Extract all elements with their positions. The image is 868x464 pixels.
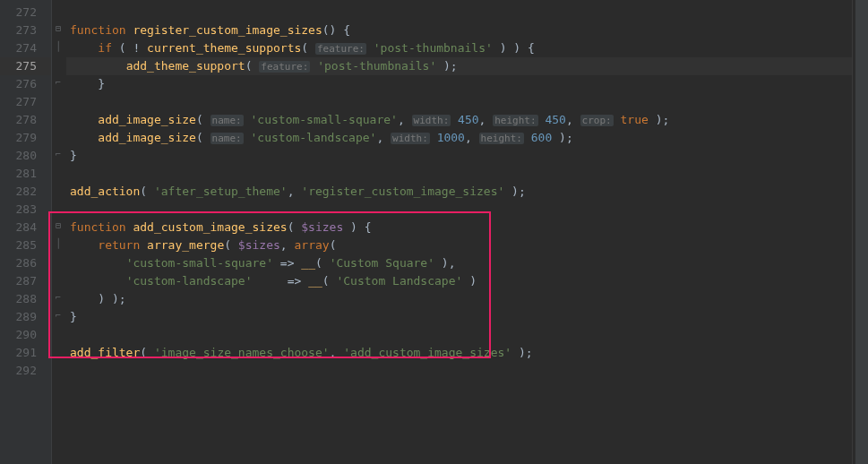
line-number[interactable]: 283 — [0, 201, 51, 219]
param-hint: feature: — [315, 43, 366, 55]
line-number[interactable]: 282 — [0, 183, 51, 201]
code-line[interactable] — [66, 165, 852, 183]
code-line[interactable] — [66, 362, 852, 380]
fold-gutter: ⊟ │ ⌐ ⌐ ⊟ │ ⌐ ⌐ — [52, 0, 66, 464]
line-number[interactable]: 284 — [0, 219, 51, 236]
line-number[interactable]: 273 — [0, 21, 51, 39]
fold-line-icon: │ — [54, 239, 63, 248]
code-line[interactable]: 'custom-small-square' => __( 'Custom Squ… — [66, 254, 852, 272]
line-number[interactable]: 280 — [0, 147, 51, 165]
code-line[interactable]: } — [66, 147, 852, 165]
line-number[interactable]: 279 — [0, 129, 51, 147]
code-line[interactable]: function add_custom_image_sizes( $sizes … — [66, 219, 852, 236]
code-line[interactable]: add_image_size( name: 'custom-landscape'… — [66, 129, 852, 147]
line-number[interactable]: 278 — [0, 111, 51, 129]
line-number[interactable]: 286 — [0, 254, 51, 272]
param-hint: height: — [479, 133, 524, 144]
param-hint: height: — [493, 115, 537, 126]
line-number[interactable]: 291 — [0, 344, 51, 362]
code-line[interactable]: return array_merge( $sizes, array( — [66, 236, 852, 254]
line-number[interactable]: 272 — [0, 4, 51, 21]
param-hint: name: — [211, 115, 244, 126]
line-number[interactable]: 274 — [0, 39, 51, 57]
line-number[interactable]: 275 — [0, 57, 51, 75]
vertical-scrollbar[interactable] — [855, 0, 868, 464]
code-line[interactable]: } — [66, 75, 852, 93]
line-number[interactable]: 285 — [0, 236, 51, 254]
code-line[interactable]: add_image_size( name: 'custom-small-squa… — [66, 111, 852, 129]
line-number-gutter: 272 273 274 275 276 277 278 279 280 281 … — [0, 0, 52, 464]
code-line[interactable]: if ( ! current_theme_supports( feature: … — [66, 39, 852, 57]
line-number[interactable]: 281 — [0, 165, 51, 183]
code-line[interactable]: add_filter( 'image_size_names_choose', '… — [66, 344, 852, 362]
code-line[interactable]: ) ); — [66, 290, 852, 308]
line-number[interactable]: 276 — [0, 75, 51, 93]
param-hint: width: — [391, 133, 430, 144]
fold-line-icon: │ — [54, 42, 63, 51]
code-line[interactable]: function register_custom_image_sizes() { — [66, 21, 852, 39]
line-number[interactable]: 288 — [0, 290, 51, 308]
code-line[interactable] — [66, 326, 852, 344]
fold-end-icon[interactable]: ⌐ — [54, 78, 63, 87]
param-hint: feature: — [259, 61, 310, 73]
code-editor[interactable]: function register_custom_image_sizes() {… — [66, 0, 852, 464]
line-number[interactable]: 290 — [0, 326, 51, 344]
code-line[interactable] — [66, 201, 852, 219]
line-number[interactable]: 292 — [0, 362, 51, 380]
line-number[interactable]: 289 — [0, 308, 51, 326]
fold-minus-icon[interactable]: ⊟ — [54, 24, 63, 33]
param-hint: crop: — [580, 115, 614, 126]
code-line[interactable] — [66, 93, 852, 111]
fold-minus-icon[interactable]: ⊟ — [54, 221, 63, 230]
line-number[interactable]: 277 — [0, 93, 51, 111]
fold-end-icon[interactable]: ⌐ — [54, 150, 63, 159]
code-line[interactable]: } — [66, 308, 852, 326]
code-line[interactable]: add_action( 'after_setup_theme', 'regist… — [66, 183, 852, 201]
param-hint: name: — [211, 133, 244, 144]
code-line[interactable]: 'custom-landscape' => __( 'Custom Landsc… — [66, 272, 852, 290]
fold-end-icon[interactable]: ⌐ — [54, 293, 63, 302]
fold-end-icon[interactable]: ⌐ — [54, 311, 63, 320]
code-line[interactable] — [66, 4, 852, 21]
line-number[interactable]: 287 — [0, 272, 51, 290]
param-hint: width: — [412, 115, 451, 126]
code-line[interactable]: add_theme_support( feature: 'post-thumbn… — [66, 57, 852, 75]
